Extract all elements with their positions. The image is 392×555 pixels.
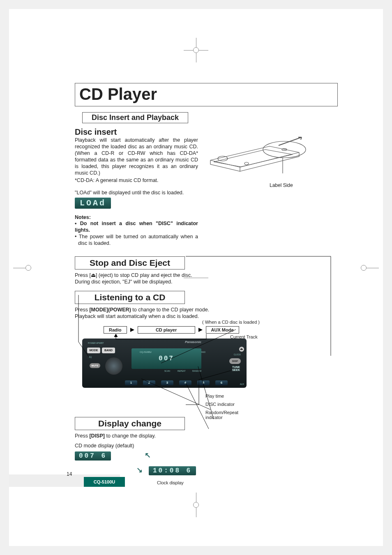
mode-radio: Radio [104,326,127,334]
brand-label: Panasonic [185,340,201,344]
page-number: 14 [67,471,72,477]
tiny-scan: SCAN [164,370,170,372]
crop-mark [25,265,31,271]
section-insert-playback: Disc Insert and Playback [82,112,188,123]
band-button: BAND [102,348,115,353]
page-title-box: CD Player [75,83,338,106]
cycle-arrow-icon: ↖ [145,451,151,460]
preset-6: 6 [215,380,228,385]
eject-text-2: During disc ejection, "EJ" will be displ… [75,279,172,285]
crop-mark [361,265,367,271]
section-listening: Listening to a CD [75,291,185,304]
callout-play-time: Play time [205,394,247,398]
tiny-random: RANDOM [192,370,201,372]
preset-1: 1 [125,380,137,385]
cycle-arrow-icon: ↘ [136,465,143,474]
listen-p1-c: to change to the CD player mode. [131,307,209,313]
arrow-right-icon [198,328,203,332]
callout-random-repeat: Random/Repeat indicator [205,410,247,420]
stereo-model-small: CQ-5100U [140,351,152,353]
mode-aux: AUX Mode [206,326,239,334]
tiny-repeat: REPEAT [178,370,186,372]
lcd-clock-display: 10:08 6 [149,466,196,475]
label-side-text: Label Side [270,182,338,188]
callout-current-track: Current Track [230,334,296,339]
eject-text-1: Press [⏏] (eject) to stop CD play and ej… [75,272,192,278]
listen-p1-b: [MODE](POWER) [89,307,131,313]
load-message: "LOAd" will be displayed until the disc … [75,189,198,196]
page-title: CD Player [75,83,337,106]
stereo-front-panel: Panasonic POWER APM/BT WEATHER BAND CLOC… [82,339,247,388]
listen-p1-a: Press [75,307,89,313]
footer-model: CQ-5100U [84,477,125,487]
tiny-aux: AUX [240,383,244,385]
preset-2: 2 [143,380,155,385]
callout-disc-indicator: DISC indicator [205,402,247,407]
arrow-right-icon [130,328,134,332]
svg-point-0 [218,156,228,161]
listen-p2: Playback will start automatically when a… [75,313,199,319]
disc-insert-text: Playback will start automatically after … [75,137,198,176]
lcd-track-display: 007 6 [75,451,111,461]
disp-p2: CD mode display (default) [75,442,338,449]
crop-mark [193,502,199,508]
mode-button: MODE [87,348,100,353]
crop-mark [193,47,199,53]
clock-label: Clock display [157,480,184,485]
mode-flow: Radio CD player AUX Mode [104,326,338,334]
preset-row: 1 2 3 4 5 6 [125,380,228,385]
svg-point-1 [244,162,249,165]
disc-insert-illustration [208,125,323,182]
volume-knob [105,357,122,375]
mute-button: MUTE [90,363,100,368]
disp-p1-c: to change the display. [105,433,156,439]
preset-5: 5 [197,380,210,385]
tune-seek-label: TUNESEEK [232,366,240,371]
tiny-sq: SQ [89,356,92,358]
preset-3: 3 [161,380,173,385]
section-stop-eject: Stop and Disc Eject [75,256,185,269]
section-display-change: Display change [75,417,185,430]
disp-p1-a: Press [75,433,89,439]
notes-bullet-2: • The power will be turned on automatica… [75,233,198,246]
preset-4: 4 [179,380,191,385]
notes-bullet-1: • Do not insert a disc when "DISC" indic… [75,220,198,233]
cdda-note: *CD-DA: A general music CD format. [75,177,198,184]
tiny-power: POWER APM/BT [88,342,104,344]
loaded-note: ( When a CD disc is loaded ) [124,320,338,325]
disp-p1-b: [DISP] [89,433,105,439]
lcd-load-display: LOAd [75,198,111,209]
notes-heading: Notes: [75,214,198,220]
heading-disc-insert: Disc insert [75,127,198,137]
mode-cd: CD player [138,326,195,334]
